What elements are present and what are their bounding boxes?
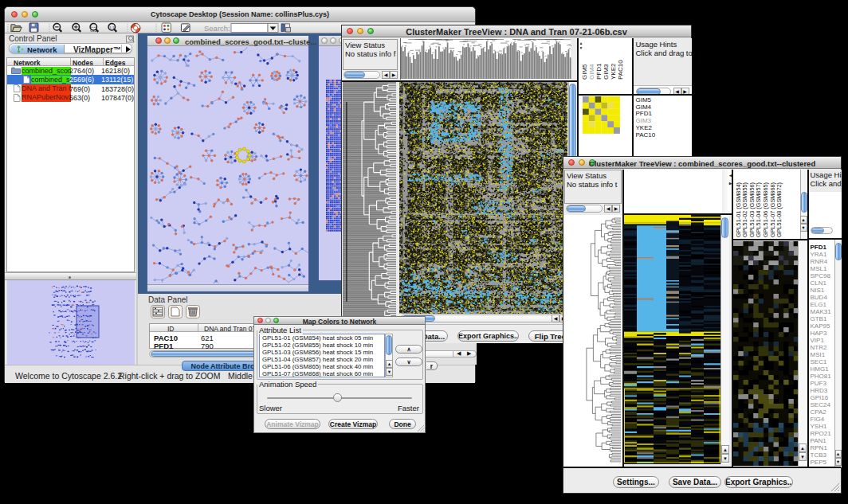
svg-text:GIM5: GIM5 <box>580 64 587 80</box>
svg-text:GPL51-08 (GSM872): GPL51-08 (GSM872) <box>775 182 783 237</box>
svg-text:Search:: Search: <box>204 24 230 33</box>
svg-text:YKE2: YKE2 <box>609 63 616 80</box>
svg-text:GIM4: GIM4 <box>587 64 595 80</box>
svg-text:PAC10: PAC10 <box>616 60 623 80</box>
svg-text:GIM3: GIM3 <box>602 64 609 80</box>
svg-text:PFD1: PFD1 <box>595 63 602 80</box>
svg-text:1:1: 1:1 <box>109 25 115 29</box>
